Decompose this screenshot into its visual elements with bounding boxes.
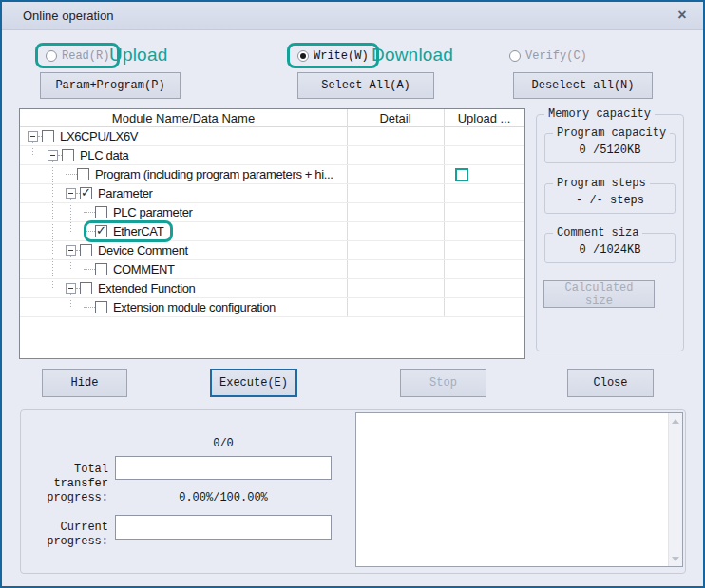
close-icon[interactable]: × [673, 6, 692, 25]
execute-button[interactable]: Execute(E) [210, 369, 297, 397]
column-header-module-name: Module Name/Data Name [20, 109, 347, 126]
read-radio[interactable] [46, 50, 57, 62]
tree-row[interactable]: Parameter [20, 184, 524, 203]
comment-size-box: Comment siza 0 /1024KB [544, 233, 676, 263]
tree-header: Module Name/Data Name Detail Upload ... [20, 109, 524, 127]
read-radio-label: Read(R) [62, 49, 109, 63]
tree-row-label: COMMENT [113, 262, 175, 276]
tree-row[interactable]: PLC parameter [20, 203, 524, 222]
checkbox-unchecked[interactable] [77, 168, 89, 180]
collapse-icon[interactable] [28, 131, 38, 142]
tree-row[interactable]: Extended Function [20, 279, 524, 298]
deselect-all-button[interactable]: Deselect all(N) [513, 72, 653, 99]
collapse-icon[interactable] [48, 150, 58, 161]
checkbox-checked[interactable] [80, 187, 92, 199]
comment-size-label: Comment siza [553, 226, 642, 239]
checkbox-unchecked[interactable] [42, 130, 54, 142]
memory-capacity-label: Memory capacity [544, 107, 655, 121]
module-tree-panel: Module Name/Data Name Detail Upload ... … [19, 108, 525, 359]
select-all-button[interactable]: Select All(A) [297, 72, 434, 99]
comment-size-value: 0 /1024KB [545, 243, 675, 256]
program-steps-value: - /- steps [545, 194, 675, 207]
tree-connector [66, 174, 77, 175]
program-steps-label: Program steps [553, 177, 650, 190]
current-progress-label: Current progress: [23, 521, 108, 549]
tree-connector [84, 269, 95, 270]
tree-row-label: LX6CPU/LX6V [60, 129, 138, 143]
tree-row[interactable]: Program (including program parameters + … [20, 165, 524, 184]
program-capacity-box: Program capacity 0 /5120KB [544, 133, 676, 163]
log-scrollbar[interactable] [668, 413, 682, 566]
program-steps-box: Program steps - /- steps [544, 183, 676, 214]
tree-row[interactable]: Extension module configuration [20, 298, 524, 317]
hide-button[interactable]: Hide [42, 369, 127, 397]
checkbox-checked[interactable] [95, 225, 107, 237]
log-output-area[interactable] [355, 412, 683, 567]
collapse-icon[interactable] [66, 283, 76, 294]
verify-radio-group: Verify(C) [502, 43, 595, 68]
scroll-up-icon[interactable] [669, 413, 682, 428]
checkbox-unchecked[interactable] [95, 263, 107, 275]
close-button[interactable]: Close [567, 369, 654, 397]
calculated-size-button[interactable]: Calculated size [543, 280, 655, 308]
write-radio[interactable] [297, 50, 309, 62]
tree-row[interactable]: PLC data [20, 146, 524, 165]
checkbox-unchecked[interactable] [95, 301, 107, 313]
program-capacity-label: Program capacity [553, 126, 670, 140]
write-radio-label: Write(W) [314, 49, 369, 63]
annotation-download-label: Download [372, 45, 453, 66]
total-progress-label: Total transfer progress: [23, 463, 108, 505]
memory-capacity-group: Memory capacity Program capacity 0 /5120… [536, 114, 684, 351]
annotation-upload-label: Upload [109, 45, 167, 66]
total-progress-value: 0/0 [115, 437, 332, 450]
scroll-down-icon[interactable] [669, 551, 682, 566]
collapse-icon[interactable] [66, 245, 76, 256]
tree-connector [84, 231, 95, 232]
tree-row-label: PLC parameter [113, 205, 193, 219]
collapse-icon[interactable] [66, 188, 76, 199]
column-header-upload: Upload ... [444, 109, 524, 126]
verify-radio-label: Verify(C) [525, 49, 587, 63]
tree-row-label: Extended Function [98, 281, 195, 295]
tree-row-label: Extension module configuration [113, 300, 276, 314]
tree-row[interactable]: Device Comment [20, 241, 524, 260]
checkbox-unchecked[interactable] [80, 282, 92, 294]
checkbox-unchecked[interactable] [95, 206, 107, 218]
tree-row[interactable]: COMMENT [20, 260, 524, 279]
verify-radio[interactable] [509, 50, 521, 62]
tree-row-label: Parameter [98, 186, 153, 200]
total-progress-bar [115, 456, 332, 480]
tree-row-label: Program (including program parameters + … [95, 167, 333, 181]
tree-row[interactable]: LX6CPU/LX6V [20, 127, 524, 146]
checkbox-unchecked[interactable] [80, 244, 92, 256]
stop-button[interactable]: Stop [400, 369, 486, 397]
tree-row-label: EtherCAT [113, 224, 163, 238]
upload-column-checkbox[interactable] [455, 168, 468, 181]
titlebar: Online operation × [2, 2, 703, 30]
column-header-detail: Detail [347, 109, 444, 126]
tree-body: LX6CPU/LX6VPLC dataProgram (including pr… [20, 127, 524, 317]
online-operation-dialog: Online operation × Read(R) Upload Write(… [0, 0, 705, 588]
tree-connector [84, 212, 95, 213]
checkbox-unchecked[interactable] [62, 149, 74, 161]
annotation-box-write: Write(W) [287, 43, 379, 68]
dialog-title: Online operation [23, 9, 113, 23]
tree-row-label: Device Comment [98, 243, 188, 257]
transfer-progress-group: 0/0 Total transfer progress: 0.00%/100.0… [20, 409, 686, 574]
current-progress-bar [115, 515, 332, 540]
tree-row-label: PLC data [80, 148, 128, 162]
tree-row[interactable]: EtherCAT [20, 222, 524, 241]
tree-connector [84, 307, 95, 308]
program-capacity-value: 0 /5120KB [545, 143, 675, 157]
current-progress-value: 0.00%/100.00% [115, 491, 332, 504]
param-program-button[interactable]: Param+Program(P) [40, 72, 181, 99]
annotation-box-read: Read(R) [35, 43, 120, 68]
